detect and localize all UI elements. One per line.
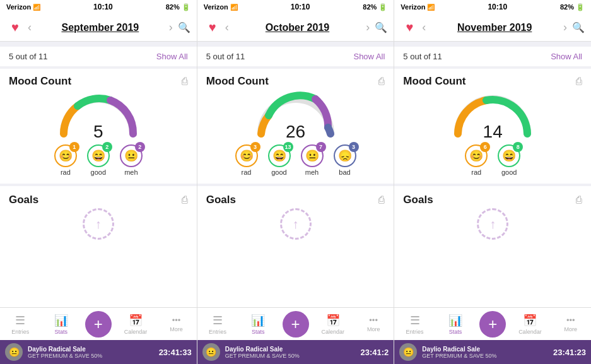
emoji-rad-nov: 😊 6 rad [465,144,488,176]
tab-add-sept[interactable]: + [85,311,112,338]
label-good-sept: good [91,168,106,176]
promo-bar-nov[interactable]: 😐 Daylio Radical Sale GET PREMIUM & SAVE… [394,340,591,364]
tab-more-sept[interactable]: ••• More [156,315,196,332]
chart-sept: 5 😊 1 rad 😄 2 [9,93,188,176]
tab-stats-oct[interactable]: 📊 Stats [238,314,278,335]
mood-count-title-oct: Mood Count [206,75,269,88]
more-label-sept: More [170,326,183,332]
content-nov: 5 out of 11 Show All Mood Count ⎙ [394,42,591,307]
promo-text-nov: Daylio Radical Sale GET PREMIUM & SAVE 5… [422,346,548,359]
promo-avatar-nov: 😐 [399,343,417,361]
promo-title-sept: Daylio Radical Sale [28,346,154,353]
tab-entries-nov[interactable]: ☰ Entries [394,314,435,335]
label-good-oct: good [271,168,286,176]
tab-calendar-sept[interactable]: 📅 Calendar [115,314,156,335]
promo-avatar-sept: 😐 [5,343,23,361]
carrier-oct: Verizon [204,3,228,11]
card-header-oct: Mood Count ⎙ [206,75,385,88]
promo-text-sept: Daylio Radical Sale GET PREMIUM & SAVE 5… [28,346,154,359]
tab-stats-nov[interactable]: 📊 Stats [435,314,476,335]
more-icon-oct: ••• [369,315,378,325]
next-nov[interactable]: › [561,21,570,34]
tab-entries-sept[interactable]: ☰ Entries [0,314,40,335]
status-bar-sept: Verizon 📶 10:10 82% 🔋 [0,0,197,14]
emoji-circle-rad-oct: 😊 3 [235,144,258,167]
tab-calendar-nov[interactable]: 📅 Calendar [510,314,550,335]
stats-icon-sept: 📊 [54,314,68,327]
tab-more-oct[interactable]: ••• More [353,315,394,332]
promo-time-nov: 23:41:23 [553,348,586,357]
prev-oct[interactable]: ‹ [223,21,231,34]
status-left-oct: Verizon 📶 [204,3,238,11]
status-left-nov: Verizon 📶 [401,3,435,11]
promo-subtitle-oct: GET PREMIUM & SAVE 50% [225,353,356,359]
mood-count-title-sept: Mood Count [9,75,71,88]
card-header-sept: Mood Count ⎙ [9,75,188,88]
calendar-icon-sept: 📅 [129,314,143,327]
share-icon-nov[interactable]: ⎙ [576,76,582,87]
promo-bar-sept[interactable]: 😐 Daylio Radical Sale GET PREMIUM & SAVE… [0,340,197,364]
calendar-label-oct: Calendar [321,329,344,335]
tab-stats-sept[interactable]: 📊 Stats [40,314,81,335]
mood-count-card-sept: Mood Count ⎙ [0,69,197,184]
label-rad-sept: rad [61,168,71,176]
status-bar-oct: Verizon 📶 10:10 82% 🔋 [197,0,394,14]
badge-good-nov: 8 [513,142,523,152]
emoji-meh-sept: 😐 2 meh [120,144,143,176]
show-all-link-nov[interactable]: Show All [551,52,582,61]
prev-sept[interactable]: ‹ [25,21,34,34]
promo-avatar-oct: 😐 [202,343,220,361]
goals-header-oct: Goals ⎙ [206,194,385,206]
show-all-link-oct[interactable]: Show All [353,52,385,61]
goals-share-sept[interactable]: ⎙ [182,194,188,206]
tab-add-nov[interactable]: + [479,311,506,338]
emoji-circle-meh-oct: 😐 7 [301,144,324,167]
carrier-sept: Verizon [6,3,31,11]
search-icon-oct[interactable]: 🔍 [375,21,387,33]
emoji-circle-good-oct: 😄 13 [268,144,291,167]
semicircle-sept: 5 [57,93,139,137]
goals-content-oct: ↑ [206,211,385,237]
status-right-nov: 82% 🔋 [560,3,585,11]
tab-entries-oct[interactable]: ☰ Entries [197,314,238,335]
status-right-sept: 82% 🔋 [166,3,190,11]
tab-more-nov[interactable]: ••• More [551,315,591,332]
prev-nov[interactable]: ‹ [419,21,428,34]
search-icon-nov[interactable]: 🔍 [572,21,585,33]
tab-calendar-oct[interactable]: 📅 Calendar [313,314,353,335]
time-nov: 10:10 [488,3,507,11]
content-sept: 5 out of 11 Show All Mood Count ⎙ [0,42,197,307]
stats-icon-oct: 📊 [251,314,265,327]
goals-header-sept: Goals ⎙ [9,194,188,206]
promo-time-oct: 23:41:2 [361,348,389,357]
month-title-sept: September 2019 [61,22,139,33]
badge-rad-sept: 1 [69,142,79,152]
goals-title-oct: Goals [206,194,236,206]
search-icon-sept[interactable]: 🔍 [178,21,190,33]
semicircle-oct: 26 [255,93,337,137]
goals-share-oct[interactable]: ⎙ [378,194,385,206]
promo-bar-oct[interactable]: 😐 Daylio Radical Sale GET PREMIUM & SAVE… [197,340,394,364]
promo-subtitle-sept: GET PREMIUM & SAVE 50% [28,353,154,359]
calendar-label-nov: Calendar [518,329,542,335]
goals-card-sept: Goals ⎙ ↑ [0,186,197,307]
share-icon-oct[interactable]: ⎙ [378,76,385,87]
label-rad-oct: rad [242,168,252,176]
battery-pct-sept: 82% [166,3,180,11]
label-good-nov: good [501,168,517,176]
battery-icon-oct: 🔋 [378,3,387,11]
battery-icon-sept: 🔋 [182,3,190,11]
share-icon-sept[interactable]: ⎙ [182,76,188,87]
phone-september: Verizon 📶 10:10 82% 🔋 ♥ ‹ September 2019… [0,0,197,364]
semicircle-nov: 14 [452,93,534,137]
battery-icon-nov: 🔋 [576,3,585,11]
show-all-link-sept[interactable]: Show All [156,52,188,61]
tab-add-oct[interactable]: + [283,311,309,338]
show-all-row-sept: 5 out of 11 Show All [0,47,197,66]
next-oct[interactable]: › [363,21,372,34]
goals-share-nov[interactable]: ⎙ [576,194,582,206]
emoji-good-oct: 😄 13 good [268,144,291,176]
next-sept[interactable]: › [167,21,175,34]
goals-header-nov: Goals ⎙ [403,194,582,206]
calendar-icon-oct: 📅 [326,314,340,327]
